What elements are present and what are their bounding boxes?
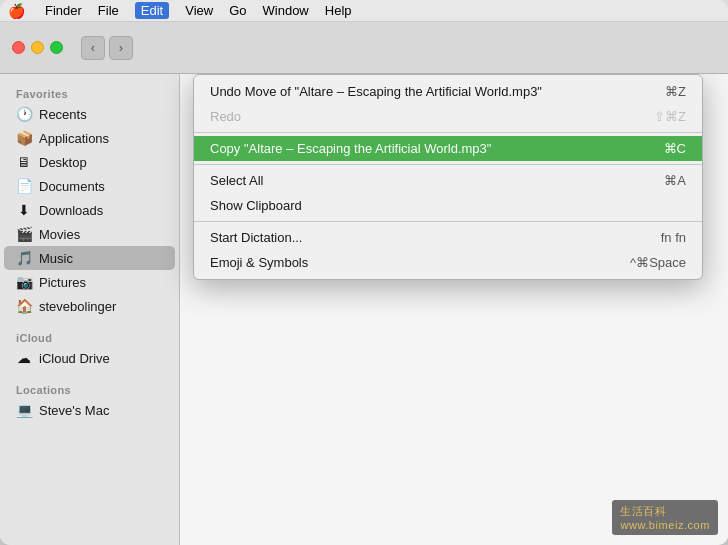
menu-separator-2	[194, 164, 702, 165]
menubar-file[interactable]: File	[98, 3, 119, 18]
sidebar-item-label-music: Music	[39, 251, 73, 266]
forward-button[interactable]: ›	[109, 36, 133, 60]
menu-separator-4	[194, 221, 702, 222]
menu-item-0[interactable]: Undo Move of "Altare – Escaping the Arti…	[194, 79, 702, 104]
menu-item-label-6: Emoji & Symbols	[210, 255, 308, 270]
sidebar-item-label-user: stevebolinger	[39, 299, 116, 314]
menu-item-label-1: Redo	[210, 109, 241, 124]
sidebar-item-label-icloud: iCloud Drive	[39, 351, 110, 366]
main-panel: Undo Move of "Altare – Escaping the Arti…	[180, 74, 728, 545]
sidebar-item-label-applications: Applications	[39, 131, 109, 146]
sidebar-item-music[interactable]: 🎵 Music	[4, 246, 175, 270]
menu-item-shortcut-5: fn fn	[661, 230, 686, 245]
sidebar-item-label-pictures: Pictures	[39, 275, 86, 290]
icloud-icon: ☁	[16, 350, 32, 366]
recents-icon: 🕐	[16, 106, 32, 122]
menu-item-shortcut-2: ⌘C	[664, 141, 686, 156]
sidebar-item-desktop[interactable]: 🖥 Desktop	[4, 150, 175, 174]
menubar-go[interactable]: Go	[229, 3, 246, 18]
edit-dropdown-menu: Undo Move of "Altare – Escaping the Arti…	[193, 74, 703, 280]
minimize-button[interactable]	[31, 41, 44, 54]
watermark-line1: 生活百科	[620, 504, 710, 519]
menubar-edit[interactable]: Edit	[135, 2, 169, 19]
sidebar-item-icloud[interactable]: ☁ iCloud Drive	[4, 346, 175, 370]
sidebar-item-label-downloads: Downloads	[39, 203, 103, 218]
menu-item-shortcut-0: ⌘Z	[665, 84, 686, 99]
menu-item-1[interactable]: Redo⇧⌘Z	[194, 104, 702, 129]
nav-buttons: ‹ ›	[81, 36, 133, 60]
menu-item-4[interactable]: Show Clipboard	[194, 193, 702, 218]
sidebar-item-pictures[interactable]: 📷 Pictures	[4, 270, 175, 294]
menu-item-label-5: Start Dictation...	[210, 230, 302, 245]
favorites-label: Favorites	[0, 82, 179, 102]
menubar-view[interactable]: View	[185, 3, 213, 18]
menu-item-label-0: Undo Move of "Altare – Escaping the Arti…	[210, 84, 542, 99]
finder-body: Favorites 🕐 Recents 📦 Applications 🖥 Des…	[0, 74, 728, 545]
menu-item-5[interactable]: Start Dictation...fn fn	[194, 225, 702, 250]
sidebar-item-mac[interactable]: 💻 Steve's Mac	[4, 398, 175, 422]
sidebar-item-documents[interactable]: 📄 Documents	[4, 174, 175, 198]
finder-toolbar: ‹ ›	[0, 22, 728, 74]
sidebar-item-label-documents: Documents	[39, 179, 105, 194]
sidebar-item-label-desktop: Desktop	[39, 155, 87, 170]
applications-icon: 📦	[16, 130, 32, 146]
maximize-button[interactable]	[50, 41, 63, 54]
menubar-help[interactable]: Help	[325, 3, 352, 18]
desktop-icon: 🖥	[16, 154, 32, 170]
sidebar-item-downloads[interactable]: ⬇ Downloads	[4, 198, 175, 222]
menu-item-3[interactable]: Select All⌘A	[194, 168, 702, 193]
menu-item-shortcut-6: ^⌘Space	[630, 255, 686, 270]
locations-label: Locations	[0, 378, 179, 398]
sidebar-item-applications[interactable]: 📦 Applications	[4, 126, 175, 150]
sidebar-item-label-recents: Recents	[39, 107, 87, 122]
mac-icon: 💻	[16, 402, 32, 418]
documents-icon: 📄	[16, 178, 32, 194]
apple-menu-icon[interactable]: 🍎	[8, 3, 25, 19]
watermark-line2: www.bimeiz.com	[620, 519, 710, 531]
menubar: 🍎 Finder File Edit View Go Window Help	[0, 0, 728, 22]
pictures-icon: 📷	[16, 274, 32, 290]
movies-icon: 🎬	[16, 226, 32, 242]
menubar-finder[interactable]: Finder	[45, 3, 82, 18]
menu-item-label-3: Select All	[210, 173, 263, 188]
user-home-icon: 🏠	[16, 298, 32, 314]
sidebar: Favorites 🕐 Recents 📦 Applications 🖥 Des…	[0, 74, 180, 545]
music-icon: 🎵	[16, 250, 32, 266]
back-button[interactable]: ‹	[81, 36, 105, 60]
menu-item-shortcut-3: ⌘A	[664, 173, 686, 188]
sidebar-item-label-mac: Steve's Mac	[39, 403, 109, 418]
menu-separator-1	[194, 132, 702, 133]
watermark: 生活百科 www.bimeiz.com	[612, 500, 718, 535]
menubar-window[interactable]: Window	[263, 3, 309, 18]
traffic-lights	[12, 41, 63, 54]
close-button[interactable]	[12, 41, 25, 54]
menu-item-shortcut-1: ⇧⌘Z	[654, 109, 686, 124]
sidebar-item-recents[interactable]: 🕐 Recents	[4, 102, 175, 126]
finder-window: 🍎 Finder File Edit View Go Window Help ‹…	[0, 0, 728, 545]
icloud-label: iCloud	[0, 326, 179, 346]
downloads-icon: ⬇	[16, 202, 32, 218]
menu-item-label-4: Show Clipboard	[210, 198, 302, 213]
menu-item-2[interactable]: Copy "Altare – Escaping the Artificial W…	[194, 136, 702, 161]
menu-item-6[interactable]: Emoji & Symbols^⌘Space	[194, 250, 702, 275]
sidebar-item-label-movies: Movies	[39, 227, 80, 242]
menu-item-label-2: Copy "Altare – Escaping the Artificial W…	[210, 141, 491, 156]
sidebar-item-movies[interactable]: 🎬 Movies	[4, 222, 175, 246]
sidebar-item-user[interactable]: 🏠 stevebolinger	[4, 294, 175, 318]
